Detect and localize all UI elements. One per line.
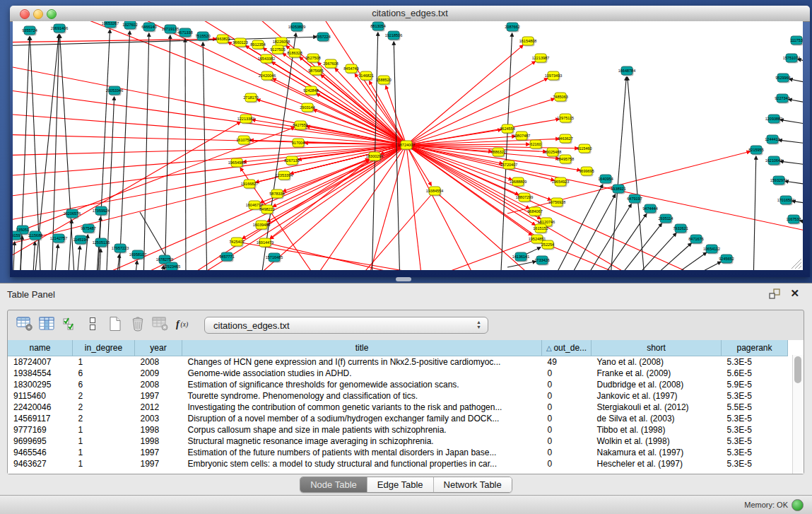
graph-edge[interactable] xyxy=(628,233,676,270)
graph-node[interactable]: 1588520 xyxy=(376,76,391,86)
graph-node[interactable]: 2935114 xyxy=(658,214,673,224)
graph-node[interactable]: 8267130 xyxy=(284,156,299,166)
column-header-title[interactable]: title xyxy=(182,340,542,356)
graph-edge[interactable] xyxy=(55,21,406,145)
graph-node[interactable]: 20691406 xyxy=(51,24,68,34)
network-canvas[interactable]: 7463822966012389123541822605891275051654… xyxy=(13,21,803,270)
table-row[interactable]: 946362711997Embryonic stem cells: a mode… xyxy=(8,458,791,469)
graph-node[interactable]: 16543382 xyxy=(258,54,275,64)
column-visibility-button[interactable] xyxy=(36,315,59,335)
graph-node[interactable]: 9474444 xyxy=(642,204,657,214)
graph-node[interactable]: 1733426 xyxy=(534,256,549,266)
graph-edge[interactable] xyxy=(789,100,803,105)
graph-node[interactable]: 2903144 xyxy=(300,103,314,113)
graph-node[interactable]: 8813054 xyxy=(370,22,385,32)
graph-node[interactable]: 4671338 xyxy=(177,28,192,38)
graph-node[interactable]: 19654983 xyxy=(228,158,245,168)
graph-edge[interactable] xyxy=(507,151,750,214)
graph-node[interactable]: 8427552 xyxy=(293,121,307,131)
graph-node[interactable]: 9975487 xyxy=(81,224,95,234)
graph-node[interactable]: 15932971 xyxy=(770,176,787,186)
tab-network-table[interactable]: Network Table xyxy=(433,477,512,492)
graph-node[interactable]: 10025488 xyxy=(544,148,561,158)
graph-edge[interactable] xyxy=(134,261,137,270)
graph-edge[interactable] xyxy=(659,252,707,270)
graph-edge[interactable] xyxy=(643,243,691,270)
new-column-button[interactable] xyxy=(104,315,126,335)
graph-edge[interactable] xyxy=(33,242,35,270)
graph-edge[interactable] xyxy=(785,181,803,186)
graph-node[interactable]: 9227343 xyxy=(775,94,789,104)
graph-node[interactable]: 111753 xyxy=(790,36,803,46)
graph-node[interactable]: 6466140 xyxy=(141,23,156,33)
graph-node[interactable]: 5878334 xyxy=(269,189,284,199)
graph-node[interactable]: 16053809 xyxy=(288,23,305,33)
split-divider-handle[interactable] xyxy=(396,277,411,281)
graph-node[interactable]: 18495758 xyxy=(557,155,574,165)
graph-node[interactable]: 1640954 xyxy=(598,175,613,185)
graph-node[interactable]: 12353394 xyxy=(276,171,293,181)
column-header-out_degree[interactable]: △ out_de... xyxy=(542,340,592,356)
graph-node[interactable]: 9457771 xyxy=(219,252,234,262)
graph-node[interactable]: 7357224 xyxy=(315,33,330,42)
graph-edge[interactable] xyxy=(119,31,130,270)
graph-node[interactable]: 8471676 xyxy=(688,235,703,245)
graph-node[interactable]: 3624554 xyxy=(500,124,514,134)
graph-node[interactable]: 9699695 xyxy=(579,167,594,177)
graph-node[interactable]: 8912354 xyxy=(250,40,265,50)
graph-node[interactable]: 9245652 xyxy=(719,255,734,264)
graph-edge[interactable] xyxy=(54,245,58,270)
graph-node[interactable]: 10807487 xyxy=(513,132,530,141)
column-header-in_degree[interactable]: in_degree xyxy=(73,340,135,356)
graph-node[interactable]: 9875685 xyxy=(308,66,323,76)
select-columns-button[interactable] xyxy=(59,315,81,335)
network-graph[interactable]: 7463822966012389123541822605891275051654… xyxy=(13,21,803,270)
graph-node[interactable]: 1145194 xyxy=(73,235,88,245)
graph-node[interactable]: 8215955 xyxy=(748,146,763,156)
graph-node[interactable]: 9684067 xyxy=(527,207,542,217)
graph-node[interactable]: 12505135 xyxy=(93,238,110,248)
graph-edge[interactable] xyxy=(789,79,803,85)
graph-edge[interactable] xyxy=(779,140,803,145)
graph-node[interactable]: 16210643 xyxy=(765,156,782,166)
graph-node[interactable]: 19384554 xyxy=(426,187,443,197)
table-row[interactable]: 977716911998Corpus callosum shape and si… xyxy=(8,424,791,436)
graph-edge[interactable] xyxy=(612,223,661,270)
graph-edge[interactable] xyxy=(313,110,406,145)
graph-node[interactable]: 62160 xyxy=(530,140,543,150)
resize-grip-icon[interactable] xyxy=(792,259,801,269)
graph-node[interactable]: 9660123 xyxy=(233,38,247,48)
graph-node[interactable]: 16154808 xyxy=(519,37,536,47)
graph-edge[interactable] xyxy=(550,185,603,270)
graph-edge[interactable] xyxy=(780,161,803,166)
graph-edge[interactable] xyxy=(165,35,170,270)
table-row[interactable]: 969969511998Structural magnetic resonanc… xyxy=(8,436,791,447)
graph-node[interactable]: 7463822 xyxy=(215,35,230,45)
graph-node[interactable]: 15751074 xyxy=(783,54,800,64)
graph-edge[interactable] xyxy=(13,64,406,145)
graph-node[interactable]: 17016504 xyxy=(777,196,794,206)
graph-node[interactable]: 19166827 xyxy=(241,180,258,189)
graph-node[interactable]: 19654923 xyxy=(552,177,569,187)
table-row[interactable]: 1938455462009Genome-wide association stu… xyxy=(8,368,791,379)
graph-node[interactable]: 8498222 xyxy=(259,205,274,215)
graph-node[interactable]: 9146821 xyxy=(358,71,373,81)
graph-node[interactable]: 9115460 xyxy=(577,144,592,154)
graph-node[interactable]: 17359924 xyxy=(93,206,110,216)
graph-edge[interactable] xyxy=(203,42,207,270)
graph-node[interactable]: 1167533 xyxy=(786,215,801,225)
graph-node[interactable]: 12975115 xyxy=(557,114,574,124)
column-header-pagerank[interactable]: pagerank xyxy=(722,340,788,356)
graph-node[interactable]: 9527508 xyxy=(305,54,320,64)
graph-node[interactable]: 9529966 xyxy=(775,74,790,83)
graph-node[interactable]: 10653267 xyxy=(102,21,119,29)
graph-edge[interactable] xyxy=(548,245,643,270)
graph-node[interactable]: 2967608 xyxy=(323,59,338,69)
graph-node[interactable]: 1327602 xyxy=(122,21,137,30)
graph-node[interactable]: 6479197 xyxy=(627,194,642,204)
table-settings-button[interactable] xyxy=(13,315,36,335)
graph-edge[interactable] xyxy=(406,145,554,180)
graph-edge[interactable] xyxy=(13,145,406,156)
graph-node[interactable]: 14136141 xyxy=(512,252,529,262)
graph-node[interactable]: 7425402 xyxy=(229,238,244,247)
